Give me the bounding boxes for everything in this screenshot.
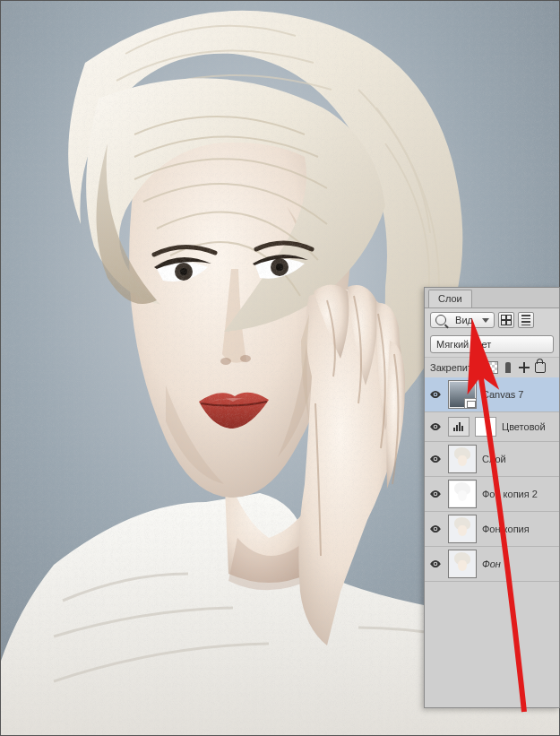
layer-row[interactable]: Фон	[425, 547, 559, 582]
layer-name[interactable]: Цветовой	[502, 421, 546, 432]
lock-transparency-button[interactable]	[486, 361, 498, 374]
blend-mode-dropdown[interactable]: Мягкий свет	[430, 335, 554, 353]
panel-tabs: Слои	[425, 288, 559, 308]
layers-list: Canvas 7 Цветовой Слой Фон копия 2	[425, 377, 559, 707]
svg-point-10	[435, 426, 436, 428]
lock-position-button[interactable]	[518, 361, 530, 374]
eye-icon	[429, 388, 442, 401]
svg-point-15	[435, 458, 436, 460]
chevron-down-icon	[482, 318, 489, 323]
layer-name[interactable]: Слой	[482, 454, 506, 464]
lock-label: Закрепить:	[430, 362, 480, 373]
eye-icon	[429, 558, 442, 570]
layer-mask-thumbnail[interactable]	[475, 417, 496, 437]
layer-thumbnail[interactable]	[448, 515, 477, 543]
menu-icon	[521, 315, 530, 325]
svg-rect-11	[453, 428, 455, 431]
lock-icon	[535, 362, 546, 373]
visibility-toggle[interactable]	[428, 522, 443, 536]
svg-point-17	[435, 528, 436, 530]
layer-thumbnail[interactable]	[448, 480, 477, 508]
layer-row[interactable]: Фон копия	[425, 512, 559, 547]
filter-label: Вид	[455, 315, 473, 325]
layer-name[interactable]: Canvas 7	[482, 389, 523, 400]
squares-icon	[501, 315, 512, 325]
layer-row[interactable]: Слой	[425, 442, 559, 477]
adjustment-layer-icon[interactable]	[448, 417, 470, 437]
layer-name[interactable]: Фон копия	[482, 524, 530, 534]
layer-row[interactable]: Цветовой	[425, 412, 559, 442]
filter-type-1-button[interactable]	[498, 312, 514, 328]
search-icon	[435, 315, 446, 325]
visibility-toggle[interactable]	[428, 387, 443, 402]
smart-object-badge-icon	[464, 398, 477, 409]
visibility-toggle[interactable]	[428, 487, 443, 501]
layer-thumbnail[interactable]	[448, 550, 477, 578]
visibility-toggle[interactable]	[428, 452, 443, 466]
layer-filter-dropdown[interactable]: Вид	[430, 312, 495, 328]
levels-icon	[452, 421, 465, 432]
svg-point-9	[435, 394, 436, 395]
eye-icon	[429, 420, 442, 433]
panel-menu-button[interactable]	[518, 312, 534, 328]
layer-row[interactable]: Canvas 7	[425, 377, 559, 412]
brush-icon	[505, 362, 511, 373]
svg-rect-13	[459, 422, 461, 431]
layer-thumbnail[interactable]	[448, 380, 477, 409]
lock-row: Закрепить:	[425, 357, 559, 377]
blend-mode-value: Мягкий свет	[436, 339, 491, 350]
svg-rect-14	[461, 426, 463, 431]
layers-panel: Слои Вид Мягкий свет Закрепить:	[424, 287, 560, 708]
move-icon	[519, 362, 530, 373]
eye-icon	[429, 488, 442, 500]
lock-paint-button[interactable]	[502, 361, 514, 374]
eye-icon	[429, 453, 442, 465]
svg-rect-12	[456, 425, 458, 431]
svg-point-16	[435, 493, 436, 495]
lock-all-button[interactable]	[534, 361, 547, 374]
tab-layers[interactable]: Слои	[428, 290, 472, 307]
visibility-toggle[interactable]	[428, 420, 443, 434]
svg-point-18	[435, 563, 436, 565]
eye-icon	[429, 523, 442, 535]
layers-empty-area	[425, 582, 559, 707]
layer-thumbnail[interactable]	[448, 445, 477, 473]
layer-name[interactable]: Фон	[482, 558, 501, 569]
visibility-toggle[interactable]	[428, 557, 443, 571]
layer-row[interactable]: Фон копия 2	[425, 477, 559, 512]
layer-name[interactable]: Фон копия 2	[482, 489, 538, 499]
